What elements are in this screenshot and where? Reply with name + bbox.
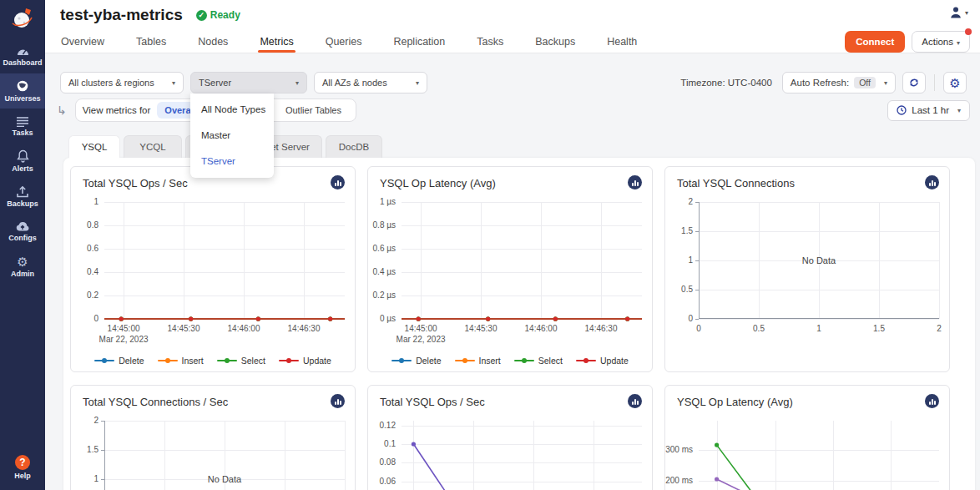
sidebar-item-help[interactable]: ? Help xyxy=(0,450,45,485)
chevron-down-icon: ▾ xyxy=(957,39,960,47)
check-circle-icon: ✓ xyxy=(196,10,207,21)
chart-title: YSQL Op Latency (Avg) xyxy=(380,177,496,189)
tab-tasks[interactable]: Tasks xyxy=(477,30,503,53)
tab-tables[interactable]: Tables xyxy=(136,30,166,53)
legend-label: Insert xyxy=(479,356,501,366)
metric-tab-docdb[interactable]: DocDB xyxy=(326,135,382,158)
metric-tab-ysql[interactable]: YSQL xyxy=(68,135,120,158)
sidebar-item-configs[interactable]: Configs xyxy=(0,214,45,249)
node-type-select[interactable]: TServer ▾ xyxy=(190,72,307,93)
series-marker xyxy=(486,316,490,321)
legend-line-glyph xyxy=(217,360,237,361)
legend-line-glyph xyxy=(279,360,299,361)
view-metrics-option-outlier-tables[interactable]: Outlier Tables xyxy=(278,102,349,119)
connect-button[interactable]: Connect xyxy=(845,31,905,53)
legend-item[interactable]: Select xyxy=(514,356,563,366)
user-menu[interactable]: ▾ xyxy=(949,6,968,19)
view-metrics-row: ↳ View metrics for Overall Outlier Nodes… xyxy=(45,99,980,122)
chart-panel: YSQL Op Latency (Avg) 300 ms200 ms xyxy=(664,385,950,490)
percentile-chart-icon[interactable] xyxy=(628,394,642,408)
tab-health[interactable]: Health xyxy=(607,30,637,53)
actions-button[interactable]: Actions▾ xyxy=(912,31,970,53)
no-data-label: No Data xyxy=(104,474,345,484)
percentile-chart-icon[interactable] xyxy=(331,175,345,189)
auto-refresh-button[interactable]: Auto Refresh: Off ▾ xyxy=(782,72,896,93)
tab-backups[interactable]: Backups xyxy=(535,30,575,53)
legend-item[interactable]: Delete xyxy=(94,356,144,366)
sidebar-item-label: Tasks xyxy=(13,129,33,137)
x-axis-date: Mar 22, 2023 xyxy=(99,335,149,344)
chart-plot: 1 µs0.8 µs0.6 µs0.4 µs0.2 µs0 µs14:45:00… xyxy=(402,202,642,319)
legend-item[interactable]: Insert xyxy=(158,356,204,366)
cluster-region-select[interactable]: All clusters & regions ▾ xyxy=(60,72,184,93)
sidebar-item-dashboard[interactable]: Dashboard xyxy=(0,38,45,73)
sidebar-item-universes[interactable]: Universes xyxy=(0,73,45,109)
sidebar-item-admin[interactable]: ⚙ Admin xyxy=(0,249,45,284)
percentile-chart-icon[interactable] xyxy=(628,175,642,189)
metric-tab-ycql[interactable]: YCQL xyxy=(124,135,182,158)
notification-dot xyxy=(965,28,972,35)
x-tick-label: 14:45:30 xyxy=(159,324,209,333)
backups-upload-icon xyxy=(16,185,29,198)
x-tick-label: 14:45:30 xyxy=(456,324,506,333)
sub-level-arrow-icon: ↳ xyxy=(57,104,67,117)
legend-item[interactable]: Select xyxy=(217,356,265,366)
tab-queries[interactable]: Queries xyxy=(326,30,362,53)
app-logo[interactable] xyxy=(0,0,45,38)
x-tick-label: 14:46:00 xyxy=(516,324,566,333)
series-marker xyxy=(417,316,421,321)
sidebar-item-tasks[interactable]: Tasks xyxy=(0,109,45,144)
series-marker xyxy=(715,477,719,481)
y-tick-label: 1 xyxy=(63,474,99,483)
sidebar-item-label: Universes xyxy=(4,94,40,103)
tab-nodes[interactable]: Nodes xyxy=(198,30,228,53)
y-tick-label: 0.6 xyxy=(63,244,99,253)
y-tick-label: 0.2 µs xyxy=(361,290,396,300)
node-type-select-value: TServer xyxy=(199,78,231,88)
cluster-region-select-value: All clusters & regions xyxy=(68,78,154,88)
menu-item-master[interactable]: Master xyxy=(190,123,274,149)
legend-item[interactable]: Update xyxy=(279,356,331,366)
tab-replication[interactable]: Replication xyxy=(393,30,445,53)
series-marker xyxy=(328,316,332,321)
legend-label: Update xyxy=(303,356,331,366)
percentile-chart-icon[interactable] xyxy=(925,394,939,408)
metrics-settings-button[interactable]: ⚙ xyxy=(943,72,967,93)
chart-title: Total YSQL Connections / Sec xyxy=(83,396,228,408)
chart-plot: 21.510.5000.511.52No Data xyxy=(699,202,939,319)
x-tick-label: 14:45:00 xyxy=(396,324,446,333)
chart-series xyxy=(402,421,642,490)
series-marker xyxy=(553,316,558,321)
percentile-chart-icon[interactable] xyxy=(331,394,345,408)
az-node-select[interactable]: All AZs & nodes ▾ xyxy=(314,72,427,93)
menu-item-tserver[interactable]: TServer xyxy=(190,149,274,174)
chart-title: Total YSQL Connections xyxy=(677,177,795,189)
refresh-button[interactable] xyxy=(902,72,926,93)
y-tick-label: 0.4 xyxy=(63,267,99,276)
auto-refresh-value: Off xyxy=(854,77,876,88)
x-gridline xyxy=(345,421,346,490)
metric-category-tabs: YSQL YCQL YEDIS Tablet Server DocDB xyxy=(45,135,980,158)
y-tick-label: 2 xyxy=(63,416,99,425)
x-tick-label: 14:45:00 xyxy=(99,324,149,333)
sidebar-item-backups[interactable]: Backups xyxy=(0,179,45,214)
legend-label: Update xyxy=(600,356,629,366)
no-data-label: No Data xyxy=(699,255,939,265)
alerts-bell-icon xyxy=(17,149,29,163)
legend-item[interactable]: Insert xyxy=(455,356,501,366)
sidebar: Dashboard Universes Tasks Alerts Backups xyxy=(0,0,45,490)
legend-item[interactable]: Update xyxy=(576,356,629,366)
time-range-button[interactable]: Last 1 hr ▾ xyxy=(887,100,970,121)
y-tick-label: 0.4 µs xyxy=(361,267,396,276)
chart-title: YSQL Op Latency (Avg) xyxy=(677,396,793,408)
legend-item[interactable]: Delete xyxy=(391,356,441,366)
y-tick-label: 1 xyxy=(658,255,693,265)
chevron-down-icon: ▾ xyxy=(965,9,968,17)
tab-overview[interactable]: Overview xyxy=(61,30,104,53)
menu-item-all-node-types[interactable]: All Node Types xyxy=(190,97,274,123)
sidebar-item-alerts[interactable]: Alerts xyxy=(0,144,45,179)
chart-title: Total YSQL Ops / Sec xyxy=(83,177,188,189)
percentile-chart-icon[interactable] xyxy=(925,175,939,189)
tab-metrics[interactable]: Metrics xyxy=(260,30,293,53)
y-tick-label: 1.5 xyxy=(658,226,693,235)
